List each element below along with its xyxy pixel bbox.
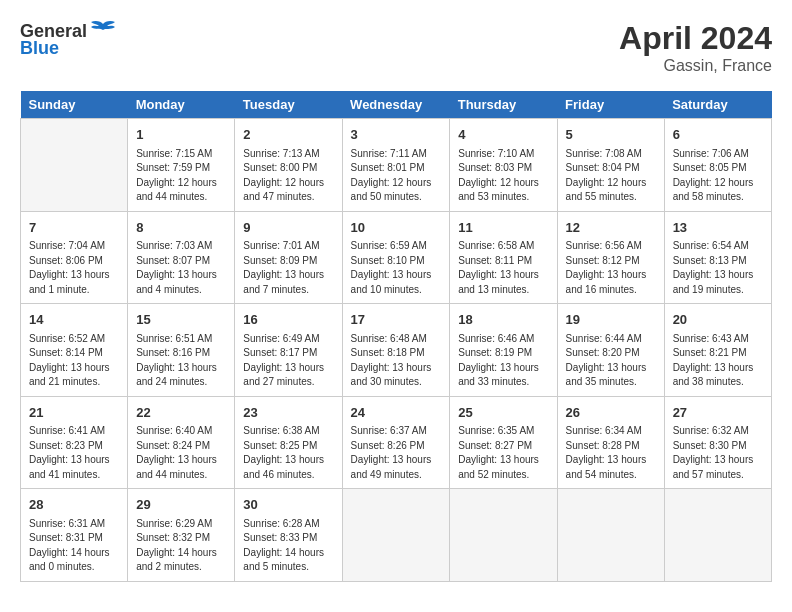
day-number: 26 (566, 403, 656, 423)
day-info: Sunrise: 7:03 AM Sunset: 8:07 PM Dayligh… (136, 239, 226, 297)
calendar-cell: 13Sunrise: 6:54 AM Sunset: 8:13 PM Dayli… (664, 211, 771, 304)
day-number: 10 (351, 218, 442, 238)
day-of-week-header: Saturday (664, 91, 771, 119)
calendar-cell: 14Sunrise: 6:52 AM Sunset: 8:14 PM Dayli… (21, 304, 128, 397)
logo: General Blue (20, 20, 117, 59)
calendar-cell (342, 489, 450, 582)
day-info: Sunrise: 6:58 AM Sunset: 8:11 PM Dayligh… (458, 239, 548, 297)
day-info: Sunrise: 6:41 AM Sunset: 8:23 PM Dayligh… (29, 424, 119, 482)
day-info: Sunrise: 6:40 AM Sunset: 8:24 PM Dayligh… (136, 424, 226, 482)
calendar-cell: 23Sunrise: 6:38 AM Sunset: 8:25 PM Dayli… (235, 396, 342, 489)
calendar-cell: 9Sunrise: 7:01 AM Sunset: 8:09 PM Daylig… (235, 211, 342, 304)
calendar-cell: 24Sunrise: 6:37 AM Sunset: 8:26 PM Dayli… (342, 396, 450, 489)
calendar-cell: 18Sunrise: 6:46 AM Sunset: 8:19 PM Dayli… (450, 304, 557, 397)
day-number: 4 (458, 125, 548, 145)
calendar-cell: 30Sunrise: 6:28 AM Sunset: 8:33 PM Dayli… (235, 489, 342, 582)
day-info: Sunrise: 6:38 AM Sunset: 8:25 PM Dayligh… (243, 424, 333, 482)
calendar-cell: 2Sunrise: 7:13 AM Sunset: 8:00 PM Daylig… (235, 119, 342, 212)
calendar-cell: 26Sunrise: 6:34 AM Sunset: 8:28 PM Dayli… (557, 396, 664, 489)
day-number: 8 (136, 218, 226, 238)
calendar-cell: 6Sunrise: 7:06 AM Sunset: 8:05 PM Daylig… (664, 119, 771, 212)
day-number: 18 (458, 310, 548, 330)
calendar-cell: 1Sunrise: 7:15 AM Sunset: 7:59 PM Daylig… (128, 119, 235, 212)
day-of-week-header: Friday (557, 91, 664, 119)
day-info: Sunrise: 6:56 AM Sunset: 8:12 PM Dayligh… (566, 239, 656, 297)
calendar-cell: 4Sunrise: 7:10 AM Sunset: 8:03 PM Daylig… (450, 119, 557, 212)
calendar-cell: 8Sunrise: 7:03 AM Sunset: 8:07 PM Daylig… (128, 211, 235, 304)
day-info: Sunrise: 7:06 AM Sunset: 8:05 PM Dayligh… (673, 147, 763, 205)
day-number: 20 (673, 310, 763, 330)
logo-blue-text: Blue (20, 38, 59, 59)
day-of-week-header: Thursday (450, 91, 557, 119)
day-info: Sunrise: 7:01 AM Sunset: 8:09 PM Dayligh… (243, 239, 333, 297)
main-title: April 2024 (619, 20, 772, 57)
day-info: Sunrise: 6:34 AM Sunset: 8:28 PM Dayligh… (566, 424, 656, 482)
calendar-cell: 7Sunrise: 7:04 AM Sunset: 8:06 PM Daylig… (21, 211, 128, 304)
day-info: Sunrise: 6:29 AM Sunset: 8:32 PM Dayligh… (136, 517, 226, 575)
day-info: Sunrise: 6:46 AM Sunset: 8:19 PM Dayligh… (458, 332, 548, 390)
logo-bird-icon (89, 20, 117, 42)
day-info: Sunrise: 6:52 AM Sunset: 8:14 PM Dayligh… (29, 332, 119, 390)
page-header: General Blue April 2024 Gassin, France (20, 20, 772, 75)
calendar-cell: 15Sunrise: 6:51 AM Sunset: 8:16 PM Dayli… (128, 304, 235, 397)
day-number: 6 (673, 125, 763, 145)
calendar-body: 1Sunrise: 7:15 AM Sunset: 7:59 PM Daylig… (21, 119, 772, 582)
calendar-week-row: 7Sunrise: 7:04 AM Sunset: 8:06 PM Daylig… (21, 211, 772, 304)
calendar-cell (450, 489, 557, 582)
day-info: Sunrise: 6:43 AM Sunset: 8:21 PM Dayligh… (673, 332, 763, 390)
day-number: 15 (136, 310, 226, 330)
calendar-cell: 25Sunrise: 6:35 AM Sunset: 8:27 PM Dayli… (450, 396, 557, 489)
day-number: 5 (566, 125, 656, 145)
day-number: 9 (243, 218, 333, 238)
day-number: 12 (566, 218, 656, 238)
calendar-week-row: 28Sunrise: 6:31 AM Sunset: 8:31 PM Dayli… (21, 489, 772, 582)
calendar-cell: 28Sunrise: 6:31 AM Sunset: 8:31 PM Dayli… (21, 489, 128, 582)
calendar-cell: 16Sunrise: 6:49 AM Sunset: 8:17 PM Dayli… (235, 304, 342, 397)
day-info: Sunrise: 7:15 AM Sunset: 7:59 PM Dayligh… (136, 147, 226, 205)
day-info: Sunrise: 7:10 AM Sunset: 8:03 PM Dayligh… (458, 147, 548, 205)
day-info: Sunrise: 7:08 AM Sunset: 8:04 PM Dayligh… (566, 147, 656, 205)
day-of-week-header: Tuesday (235, 91, 342, 119)
day-number: 7 (29, 218, 119, 238)
day-number: 24 (351, 403, 442, 423)
day-number: 1 (136, 125, 226, 145)
day-info: Sunrise: 6:32 AM Sunset: 8:30 PM Dayligh… (673, 424, 763, 482)
calendar-cell: 10Sunrise: 6:59 AM Sunset: 8:10 PM Dayli… (342, 211, 450, 304)
calendar-cell: 11Sunrise: 6:58 AM Sunset: 8:11 PM Dayli… (450, 211, 557, 304)
day-info: Sunrise: 6:51 AM Sunset: 8:16 PM Dayligh… (136, 332, 226, 390)
day-number: 11 (458, 218, 548, 238)
day-of-week-header: Sunday (21, 91, 128, 119)
day-info: Sunrise: 7:04 AM Sunset: 8:06 PM Dayligh… (29, 239, 119, 297)
day-number: 17 (351, 310, 442, 330)
calendar-cell: 21Sunrise: 6:41 AM Sunset: 8:23 PM Dayli… (21, 396, 128, 489)
calendar-cell: 3Sunrise: 7:11 AM Sunset: 8:01 PM Daylig… (342, 119, 450, 212)
subtitle: Gassin, France (619, 57, 772, 75)
day-number: 13 (673, 218, 763, 238)
day-info: Sunrise: 6:48 AM Sunset: 8:18 PM Dayligh… (351, 332, 442, 390)
calendar-cell (664, 489, 771, 582)
day-info: Sunrise: 6:31 AM Sunset: 8:31 PM Dayligh… (29, 517, 119, 575)
day-info: Sunrise: 7:11 AM Sunset: 8:01 PM Dayligh… (351, 147, 442, 205)
calendar-week-row: 14Sunrise: 6:52 AM Sunset: 8:14 PM Dayli… (21, 304, 772, 397)
calendar-cell: 5Sunrise: 7:08 AM Sunset: 8:04 PM Daylig… (557, 119, 664, 212)
calendar-cell: 12Sunrise: 6:56 AM Sunset: 8:12 PM Dayli… (557, 211, 664, 304)
day-number: 14 (29, 310, 119, 330)
day-number: 3 (351, 125, 442, 145)
day-info: Sunrise: 6:54 AM Sunset: 8:13 PM Dayligh… (673, 239, 763, 297)
calendar-week-row: 1Sunrise: 7:15 AM Sunset: 7:59 PM Daylig… (21, 119, 772, 212)
calendar-cell (557, 489, 664, 582)
day-info: Sunrise: 6:49 AM Sunset: 8:17 PM Dayligh… (243, 332, 333, 390)
day-of-week-header: Monday (128, 91, 235, 119)
calendar-cell: 20Sunrise: 6:43 AM Sunset: 8:21 PM Dayli… (664, 304, 771, 397)
day-number: 28 (29, 495, 119, 515)
calendar-cell: 19Sunrise: 6:44 AM Sunset: 8:20 PM Dayli… (557, 304, 664, 397)
day-number: 27 (673, 403, 763, 423)
day-number: 22 (136, 403, 226, 423)
day-number: 30 (243, 495, 333, 515)
calendar-cell (21, 119, 128, 212)
day-number: 21 (29, 403, 119, 423)
day-number: 29 (136, 495, 226, 515)
day-number: 23 (243, 403, 333, 423)
title-block: April 2024 Gassin, France (619, 20, 772, 75)
day-info: Sunrise: 7:13 AM Sunset: 8:00 PM Dayligh… (243, 147, 333, 205)
